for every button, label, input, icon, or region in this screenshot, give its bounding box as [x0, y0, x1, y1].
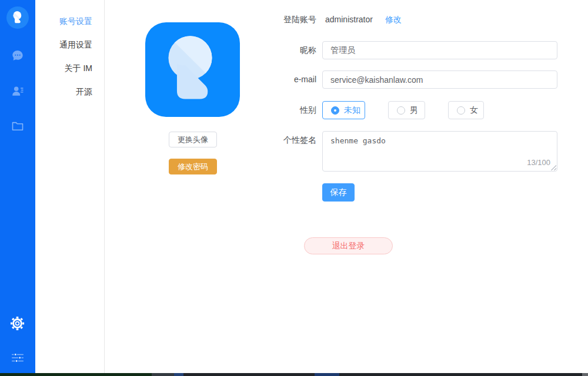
gender-option-female[interactable]: 女: [448, 101, 484, 119]
email-label: e-mail: [265, 70, 316, 89]
gender-option-unknown[interactable]: 未知: [322, 101, 365, 119]
menu-item-about-im[interactable]: 关于 IM: [35, 56, 104, 80]
app-logo-icon: [9, 9, 26, 26]
gender-option-label: 男: [410, 105, 418, 116]
taskbar-edge: [0, 373, 588, 376]
menu-item-general-settings[interactable]: 通用设置: [35, 33, 104, 56]
resize-handle[interactable]: [551, 165, 556, 170]
taskbar-segment: [315, 373, 339, 376]
profile-avatar-image: [145, 22, 240, 117]
app-rail: [0, 0, 35, 376]
change-avatar-button[interactable]: 更换头像: [169, 132, 217, 147]
gender-option-label: 女: [470, 105, 478, 116]
email-input[interactable]: [322, 70, 557, 89]
folder-icon[interactable]: [11, 119, 25, 133]
radio-checked-icon: [331, 106, 339, 115]
radio-unchecked-icon: [397, 106, 405, 115]
radio-unchecked-icon: [457, 106, 465, 115]
login-account-value: administrator: [325, 14, 373, 25]
contacts-icon[interactable]: [11, 84, 25, 98]
taskbar-segment: [152, 373, 174, 376]
gender-option-label: 未知: [344, 105, 360, 116]
modify-account-link[interactable]: 修改: [385, 14, 402, 25]
taskbar-segment: [174, 373, 183, 376]
signature-field-wrap: shenme gasdo 13/100: [322, 131, 557, 172]
taskbar-segment: [582, 373, 588, 376]
gender-label: 性别: [265, 101, 316, 119]
change-password-button[interactable]: 修改密码: [169, 159, 217, 174]
gender-option-male[interactable]: 男: [388, 101, 425, 119]
filters-icon[interactable]: [11, 351, 25, 365]
logout-button[interactable]: 退出登录: [304, 237, 393, 254]
menu-item-open-source[interactable]: 开源: [35, 80, 104, 103]
user-avatar[interactable]: [6, 6, 29, 29]
signature-textarea[interactable]: shenme gasdo: [322, 131, 557, 172]
taskbar-segment: [0, 373, 152, 376]
settings-menu: 账号设置 通用设置 关于 IM 开源: [35, 0, 105, 373]
login-account-label: 登陆账号: [265, 14, 316, 25]
save-button[interactable]: 保存: [322, 183, 355, 202]
menu-item-account-settings[interactable]: 账号设置: [35, 9, 104, 33]
signature-label: 个性签名: [265, 131, 316, 149]
chat-icon[interactable]: [11, 49, 25, 63]
nickname-label: 昵称: [265, 41, 316, 59]
settings-gear-icon[interactable]: [9, 315, 25, 331]
nickname-input[interactable]: [322, 41, 557, 59]
